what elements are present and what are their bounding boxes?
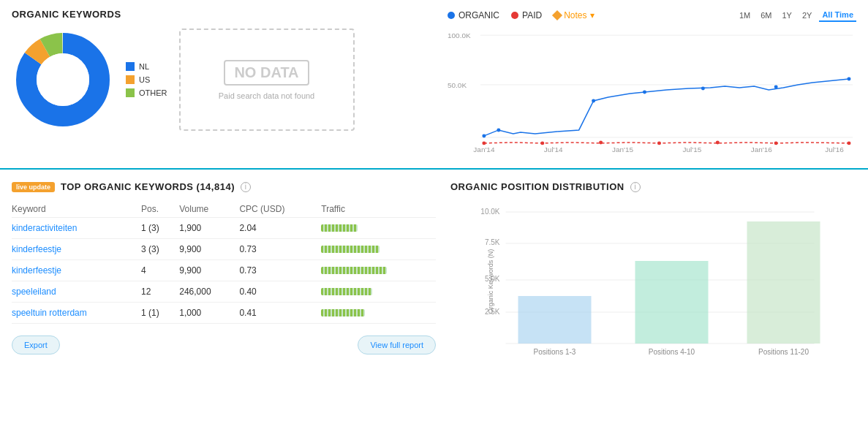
svg-point-15	[848, 77, 851, 81]
live-update-badge: live update	[12, 182, 55, 192]
donut-chart	[12, 29, 114, 131]
keyword-traffic	[321, 260, 436, 281]
keyword-link[interactable]: speeltuin rotterdam	[12, 308, 87, 318]
distribution-title: ORGANIC POSITION DISTRIBUTION	[450, 181, 624, 192]
other-label: OTHER	[139, 88, 167, 97]
svg-text:Jul'16: Jul'16	[825, 145, 844, 153]
no-data-box: NO DATA Paid search data not found	[179, 29, 355, 131]
keyword-pos: 1 (3)	[141, 218, 179, 239]
distribution-chart: 10.0K 7.5K 5.0K 2.5K Organic Keywords (N…	[450, 201, 856, 362]
organic-legend: ORGANIC	[448, 10, 499, 20]
svg-text:Jan'16: Jan'16	[751, 145, 773, 153]
other-dot	[126, 88, 135, 97]
table-row: kinderactiviteiten1 (3)1,9002.04	[12, 218, 436, 239]
svg-point-11	[592, 99, 595, 102]
table-row: speeleiland12246,0000.40	[12, 281, 436, 303]
keyword-cpc: 0.40	[239, 281, 321, 303]
notes-diamond-icon	[552, 10, 562, 20]
svg-point-21	[774, 141, 778, 145]
col-volume: Volume	[179, 201, 239, 218]
notes-label: Notes	[564, 10, 586, 20]
keyword-pos: 3 (3)	[141, 239, 179, 260]
legend-other: OTHER	[126, 88, 167, 97]
distribution-header: ORGANIC POSITION DISTRIBUTION i	[450, 181, 856, 192]
svg-point-12	[643, 91, 646, 94]
col-cpc: CPC (USD)	[239, 201, 321, 218]
keyword-cpc: 0.41	[239, 303, 321, 324]
keyword-traffic	[321, 218, 436, 239]
keywords-table: Keyword Pos. Volume CPC (USD) Traffic ki…	[12, 201, 436, 324]
svg-rect-41	[747, 221, 820, 344]
svg-text:Jul'15: Jul'15	[683, 145, 702, 153]
col-traffic: Traffic	[321, 201, 436, 218]
keyword-volume: 1,900	[179, 218, 239, 239]
svg-text:Jan'14: Jan'14	[473, 145, 495, 153]
svg-point-16	[482, 141, 486, 145]
col-pos: Pos.	[141, 201, 179, 218]
legend-nl: NL	[126, 62, 167, 71]
svg-text:Organic Keywords (N): Organic Keywords (N)	[487, 249, 494, 314]
keyword-cpc: 0.73	[239, 239, 321, 260]
svg-text:Jul'14: Jul'14	[544, 145, 563, 153]
organic-label: ORGANIC	[458, 10, 499, 20]
table-row: kinderfeestje3 (3)9,9000.73	[12, 239, 436, 260]
notes-chevron-icon: ▾	[590, 10, 595, 20]
time-alltime[interactable]: All Time	[819, 9, 856, 22]
svg-point-19	[657, 141, 661, 145]
paid-dot	[511, 12, 518, 19]
svg-text:Positions 4-10: Positions 4-10	[649, 348, 695, 356]
keyword-link[interactable]: kinderactiviteiten	[12, 223, 77, 233]
svg-text:10.0K: 10.0K	[480, 208, 499, 216]
svg-point-20	[716, 140, 720, 144]
svg-point-22	[848, 141, 851, 145]
time-1y[interactable]: 1Y	[779, 9, 794, 22]
svg-text:Positions 11-20: Positions 11-20	[758, 348, 809, 356]
svg-point-13	[701, 87, 705, 91]
svg-text:Positions 1-3: Positions 1-3	[534, 348, 576, 356]
keyword-link[interactable]: kinderfeestje	[12, 244, 61, 254]
time-buttons: 1M 6M 1Y 2Y All Time	[736, 9, 856, 22]
keyword-volume: 9,900	[179, 239, 239, 260]
keyword-traffic	[321, 281, 436, 303]
svg-point-10	[497, 128, 500, 132]
us-label: US	[139, 75, 150, 84]
keywords-info-icon[interactable]: i	[241, 182, 251, 192]
keyword-link[interactable]: speeleiland	[12, 287, 56, 297]
organic-keywords-title: ORGANIC KEYWORDS	[12, 9, 436, 20]
svg-point-17	[540, 141, 544, 145]
export-button[interactable]: Export	[12, 335, 60, 354]
keyword-traffic	[321, 239, 436, 260]
keyword-volume: 9,900	[179, 260, 239, 281]
keyword-volume: 1,000	[179, 303, 239, 324]
table-row: speeltuin rotterdam1 (1)1,0000.41	[12, 303, 436, 324]
svg-rect-39	[518, 296, 592, 344]
keywords-header: live update TOP ORGANIC KEYWORDS (14,814…	[12, 181, 436, 192]
donut-legend: NL US OTHER	[126, 62, 167, 97]
svg-rect-40	[635, 261, 709, 344]
no-data-text: Paid search data not found	[219, 91, 314, 100]
col-keyword: Keyword	[12, 201, 141, 218]
time-6m[interactable]: 6M	[758, 9, 774, 22]
time-1m[interactable]: 1M	[736, 9, 753, 22]
svg-point-3	[37, 53, 89, 106]
us-dot	[126, 75, 135, 84]
time-2y[interactable]: 2Y	[799, 9, 815, 22]
keyword-traffic	[321, 303, 436, 324]
view-full-report-button[interactable]: View full report	[358, 335, 436, 354]
organic-dot	[448, 12, 455, 19]
no-data-label: NO DATA	[224, 60, 309, 86]
nl-label: NL	[139, 62, 149, 71]
svg-point-9	[482, 134, 486, 137]
keyword-pos: 12	[141, 281, 179, 303]
nl-dot	[126, 62, 135, 71]
svg-text:100.0K: 100.0K	[448, 31, 471, 39]
paid-legend: PAID	[511, 10, 542, 20]
keywords-table-title: TOP ORGANIC KEYWORDS (14,814)	[61, 181, 235, 192]
keyword-link[interactable]: kinderfeestje	[12, 265, 61, 276]
keyword-volume: 246,000	[179, 281, 239, 303]
distribution-info-icon[interactable]: i	[630, 182, 641, 192]
keyword-cpc: 0.73	[239, 260, 321, 281]
notes-button[interactable]: Notes ▾	[554, 10, 594, 20]
line-chart: 100.0K 50.0K	[448, 28, 856, 159]
svg-point-14	[774, 86, 778, 89]
